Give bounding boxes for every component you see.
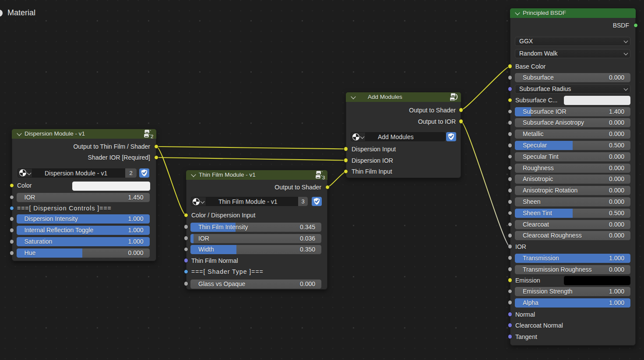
svg-text:2: 2	[151, 134, 153, 139]
svg-text:3: 3	[322, 175, 325, 180]
